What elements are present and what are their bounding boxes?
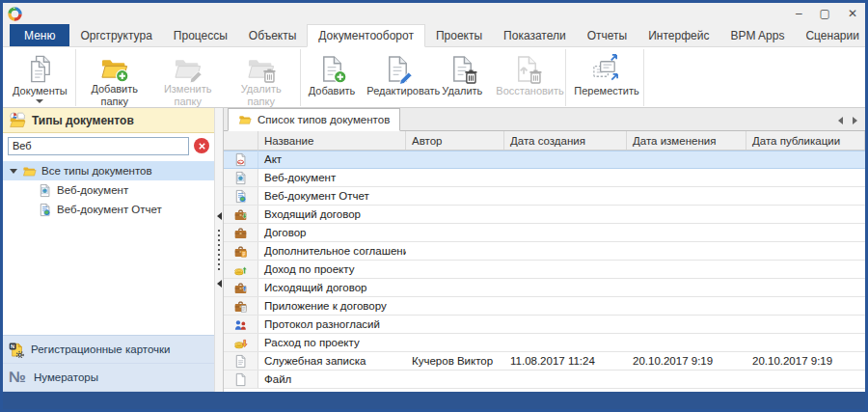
cell-author [406,242,504,260]
tree-item-doc-type[interactable]: Веб-документ Отчет [3,200,214,219]
table-row[interactable]: Исходящий договор [224,279,865,297]
sidebar-splitter[interactable] [214,108,224,392]
cell-created: 11.08.2017 11:24 [504,352,627,370]
cell-published [746,316,865,333]
cell-published [746,279,865,296]
ribbon-button-move[interactable]: Переместить [568,49,641,106]
ribbon-button-folder-add[interactable]: Добавить папку [78,49,151,106]
case-in-icon [224,206,258,223]
cell-author [406,206,504,223]
table-row[interactable]: Служебная запискаКучеров Виктор11.08.201… [224,352,865,371]
tab-scroll-right-icon[interactable] [853,117,857,124]
ribbon-button-doc-edit[interactable]: Редактировать [361,49,434,106]
ribbon-group: Документы [5,49,76,106]
cell-created [504,334,627,351]
ribbon-button-documents[interactable]: Документы [7,49,73,106]
tree-item-label: Веб-документ [57,184,128,196]
table-row[interactable]: Входящий договор [224,206,865,224]
cell-author [406,151,504,168]
doc-types-search-input[interactable] [8,137,189,155]
cell-modified [627,169,746,186]
cell-published [746,224,865,241]
cell-created [504,187,627,205]
menu-tab-процессы[interactable]: Процессы [163,24,238,46]
menu-tab-сценарии[interactable]: Сценарии [795,24,868,46]
cell-author [406,279,504,296]
doc-types-tree: Все типы документовВеб-документВеб-докум… [3,158,214,335]
table-row[interactable]: Договор [224,224,865,242]
ribbon-group: ДобавитьРедактироватьУдалитьВосстановить [301,49,567,106]
menu-tab-документооборот[interactable]: Документооборот [307,24,425,47]
menu-tab-интерфейс[interactable]: Интерфейс [637,24,719,46]
people-icon [224,316,258,333]
cell-published: 20.10.2017 9:19 [746,352,865,370]
table-row[interactable]: Приложение к договору [224,297,865,316]
app-window: – ▢ ✕ МенюОргструктураПроцессыОбъектыДок… [0,0,868,412]
table-row[interactable]: Дополнительное соглашение [224,242,865,261]
cell-name: Входящий договор [258,206,406,223]
ribbon-button-label: Удалить папку [231,83,292,108]
ribbon-group: Переместить [566,49,644,106]
cell-name: Расход по проекту [258,334,406,351]
menu-tab-оргструктура[interactable]: Оргструктура [69,24,162,46]
tree-expander-icon[interactable] [10,169,17,174]
menu-tab-показатели[interactable]: Показатели [493,24,577,46]
splitter-grip[interactable] [218,230,220,270]
column-header-3[interactable]: Дата изменения [627,131,746,150]
cell-created [504,316,627,333]
tree-item-root[interactable]: Все типы документов [3,161,214,180]
sidebar-section-label: Регистрационные карточки [31,343,171,355]
status-bar [3,392,865,409]
sidebar-sections: NРегистрационные карточки№Нумераторы [3,335,214,392]
sidebar-section-numerator[interactable]: №Нумераторы [3,364,214,392]
table-row[interactable]: Акт [224,151,865,169]
folder-icon [22,164,37,179]
close-button[interactable]: ✕ [848,8,857,19]
cell-published [746,187,865,205]
menu-tab-объекты[interactable]: Объекты [238,24,308,46]
column-header-2[interactable]: Дата создания [504,131,627,150]
column-header-icon[interactable] [224,131,258,150]
doc-lines-icon [224,352,258,370]
sidebar-header: Типы документов [3,108,214,133]
move-icon [590,53,620,85]
table-row[interactable]: Расход по проекту [224,334,865,352]
tab-scroll-left-icon[interactable] [838,117,843,124]
column-header-0[interactable]: Название [258,131,406,150]
tab-doc-types-list[interactable]: Список типов документов [228,108,400,131]
collapse-left-icon[interactable] [217,212,222,220]
table-row[interactable]: Файл [224,371,865,389]
menu-tab-bar: МенюОргструктураПроцессыОбъектыДокументо… [3,24,865,47]
ribbon-button-label: Редактировать [366,85,428,97]
maximize-button[interactable]: ▢ [820,8,830,19]
clear-search-icon[interactable] [194,138,209,153]
cell-created [504,206,627,223]
table-row[interactable]: Доход по проекту [224,261,865,279]
cell-name: Дополнительное соглашение [258,242,406,260]
sidebar-section-reg-card[interactable]: NРегистрационные карточки [3,336,214,364]
doc-add-icon [317,53,347,85]
ribbon-button-label: Документы [13,85,68,97]
menu-tab-bpm-apps[interactable]: BPM Apps [719,24,795,46]
tree-item-doc-type[interactable]: Веб-документ [3,180,214,200]
ribbon-button-label: Восстановить [496,85,557,97]
sidebar-search-row [3,133,214,158]
cell-modified [627,206,746,223]
menu-tab-отчеты[interactable]: Отчеты [577,24,637,46]
table-row[interactable]: Протокол разногласий [224,316,865,334]
cell-published [746,169,865,186]
cell-name: Договор [258,224,406,241]
cell-modified: 20.10.2017 9:19 [627,352,746,370]
table-row[interactable]: Веб-документ Отчет [224,187,865,206]
ribbon-button-doc-add[interactable]: Добавить [303,49,362,106]
column-header-1[interactable]: Автор [406,131,504,150]
ribbon-button-doc-delete[interactable]: Удалить [434,49,490,106]
column-header-4[interactable]: Дата публикации [746,131,865,150]
table-row[interactable]: Веб-документ [224,169,865,187]
menu-tab-проекты[interactable]: Проекты [425,24,493,46]
case-badge-icon [224,242,258,260]
menu-tab-меню[interactable]: Меню [10,24,69,46]
minimize-button[interactable]: – [796,8,802,19]
svg-text:N: N [11,343,14,349]
collapse-left-icon[interactable] [217,280,222,288]
